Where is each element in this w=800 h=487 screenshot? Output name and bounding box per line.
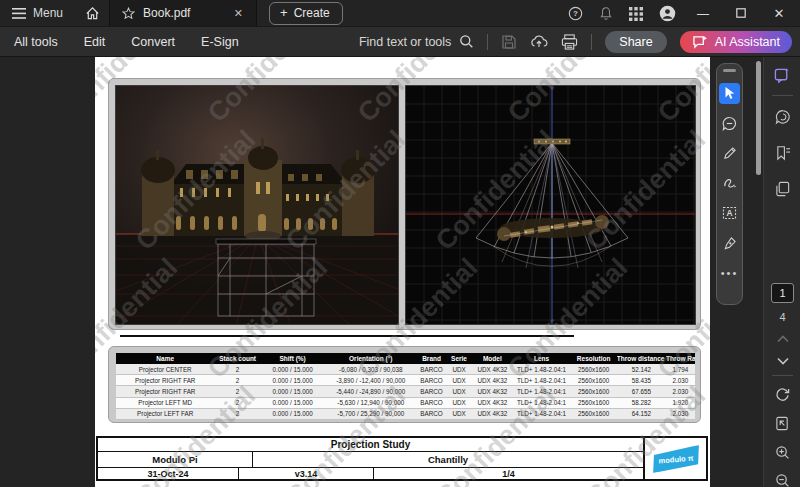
bookmarks-panel-icon[interactable] bbox=[764, 145, 800, 161]
zoom-in-icon[interactable] bbox=[764, 445, 800, 460]
table-cell: -5,700 / 25,290 / 90,000 bbox=[324, 408, 417, 419]
star-icon[interactable] bbox=[122, 7, 135, 20]
document-page-number: 1/4 bbox=[374, 468, 643, 479]
title-block-main: Projection Study Modulo Pi Chantilly 31-… bbox=[98, 438, 643, 479]
table-cell: 2560x1600 bbox=[570, 364, 616, 375]
select-tool-button[interactable] bbox=[719, 83, 740, 104]
divider bbox=[772, 95, 793, 96]
ai-assistant-button[interactable]: AI Assistant bbox=[680, 31, 792, 53]
save-icon[interactable] bbox=[501, 34, 517, 50]
add-text-box-tool-button[interactable]: A bbox=[719, 203, 740, 224]
profile-avatar[interactable] bbox=[659, 5, 676, 22]
table-cell: UDX bbox=[446, 408, 472, 419]
table-cell: 64.152 bbox=[617, 408, 666, 419]
tab-close-icon[interactable]: ✕ bbox=[231, 6, 246, 21]
table-cell: TLD+ 1.48-2.04:1 bbox=[513, 397, 571, 408]
notifications-bell-icon[interactable] bbox=[599, 6, 613, 21]
fill-sign-pen-tool-button[interactable] bbox=[719, 233, 740, 254]
hamburger-icon bbox=[12, 8, 26, 19]
home-button[interactable] bbox=[75, 0, 109, 26]
table-header-cell: Name bbox=[116, 353, 214, 364]
tool-tabs: All tools Edit Convert E-Sign bbox=[0, 35, 239, 49]
project-name: Chantilly bbox=[253, 452, 643, 467]
right-rail: 1 4 bbox=[763, 57, 800, 487]
share-button[interactable]: Share bbox=[605, 31, 666, 53]
table-cell: 2 bbox=[214, 364, 260, 375]
table-cell: 1.794 bbox=[666, 364, 695, 375]
vertical-scrollbar[interactable] bbox=[756, 61, 761, 175]
zoom-out-icon[interactable] bbox=[764, 473, 800, 487]
find-label: Find text or tools bbox=[359, 35, 451, 49]
current-page: 1 bbox=[779, 287, 785, 299]
pencil-tool-button[interactable] bbox=[719, 143, 740, 164]
tab-all-tools[interactable]: All tools bbox=[14, 35, 58, 49]
signature-tool-button[interactable] bbox=[719, 173, 740, 194]
svg-text:?: ? bbox=[573, 9, 578, 18]
page-thumbnails-panel-icon[interactable] bbox=[764, 181, 800, 197]
drag-handle[interactable] bbox=[723, 69, 736, 72]
ai-assistant-icon bbox=[692, 35, 708, 49]
table-header-cell: Orientation (°) bbox=[324, 353, 417, 364]
table-cell: Projector LEFT MD bbox=[116, 397, 214, 408]
table-header-cell: Throw distance (m) bbox=[617, 353, 666, 364]
table-cell: 2 bbox=[214, 408, 260, 419]
print-icon[interactable] bbox=[561, 34, 578, 50]
maximize-button[interactable] bbox=[730, 7, 752, 21]
document-tab[interactable]: Book.pdf ✕ bbox=[109, 0, 257, 26]
rotate-page-icon[interactable] bbox=[764, 387, 800, 402]
modulo-pi-logo: modulo π bbox=[651, 444, 701, 472]
table-cell: TLD+ 1.48-2.04:1 bbox=[513, 408, 571, 419]
minimize-button[interactable]: — bbox=[692, 7, 714, 21]
logo-cell: modulo π bbox=[643, 438, 706, 479]
render-chateau-front bbox=[115, 85, 399, 325]
divider bbox=[487, 34, 488, 50]
fit-page-icon[interactable] bbox=[764, 416, 800, 431]
ai-assistant-panel-icon[interactable] bbox=[764, 67, 800, 84]
table-cell: 52.142 bbox=[617, 364, 666, 375]
table-header-cell: Model bbox=[472, 353, 513, 364]
menu-button[interactable]: Menu bbox=[0, 0, 75, 26]
document-version: v3.14 bbox=[239, 468, 374, 479]
table-row: Projector RIGHT FAR20.000 / 15.000-5,440… bbox=[116, 386, 695, 397]
table-cell: Projector CENTER bbox=[116, 364, 214, 375]
table-cell: UDX bbox=[446, 364, 472, 375]
tab-convert[interactable]: Convert bbox=[131, 35, 175, 49]
comment-tool-button[interactable] bbox=[719, 113, 740, 134]
comments-panel-icon[interactable] bbox=[764, 109, 800, 125]
table-cell: 58.435 bbox=[617, 375, 666, 386]
help-icon[interactable]: ? bbox=[568, 6, 583, 21]
find-text-button[interactable]: Find text or tools bbox=[359, 34, 474, 49]
table-cell: TLD+ 1.48-2.04:1 bbox=[513, 375, 571, 386]
table-cell: 2.030 bbox=[666, 375, 695, 386]
table-row: Projector LEFT FAR20.000 / 15.000-5,700 … bbox=[116, 408, 695, 419]
previous-page-chevron-icon[interactable] bbox=[764, 335, 800, 343]
tab-edit[interactable]: Edit bbox=[84, 35, 106, 49]
document-date: 31-Oct-24 bbox=[98, 468, 239, 479]
tab-e-sign[interactable]: E-Sign bbox=[201, 35, 239, 49]
next-page-chevron-icon[interactable] bbox=[764, 357, 800, 365]
title-block-row-2: Modulo Pi Chantilly bbox=[98, 452, 643, 468]
more-tools-button[interactable]: ••• bbox=[719, 263, 740, 284]
table-cell: UDX bbox=[446, 397, 472, 408]
cloud-upload-icon[interactable] bbox=[530, 34, 548, 49]
page-number-input[interactable]: 1 bbox=[771, 283, 794, 303]
table-cell: BARCO bbox=[417, 397, 446, 408]
table-row: Projector LEFT MD20.000 / 15.000-5,630 /… bbox=[116, 397, 695, 408]
total-pages: 4 bbox=[764, 311, 800, 323]
table-cell: 0.000 / 15.000 bbox=[261, 364, 325, 375]
table-cell: 2560x1600 bbox=[570, 386, 616, 397]
close-window-button[interactable]: ✕ bbox=[768, 6, 790, 21]
table-header-cell: Serie bbox=[446, 353, 472, 364]
create-button[interactable]: + Create bbox=[269, 2, 343, 25]
table-cell: Projector RIGHT FAR bbox=[116, 386, 214, 397]
table-cell: 2560x1600 bbox=[570, 397, 616, 408]
title-block: Projection Study Modulo Pi Chantilly 31-… bbox=[96, 436, 708, 481]
ai-assistant-label: AI Assistant bbox=[715, 35, 780, 49]
table-cell: 2 bbox=[214, 397, 260, 408]
main-toolbar: All tools Edit Convert E-Sign Find text … bbox=[0, 27, 800, 57]
app-grid-icon[interactable] bbox=[629, 7, 643, 21]
search-icon bbox=[459, 34, 474, 49]
table-row: Projector CENTER20.000 / 15.000-6,080 / … bbox=[116, 364, 695, 375]
pdf-page[interactable]: NameStack countShift (%)Orientation (°)B… bbox=[95, 57, 710, 487]
projector-table: NameStack countShift (%)Orientation (°)B… bbox=[116, 353, 695, 420]
